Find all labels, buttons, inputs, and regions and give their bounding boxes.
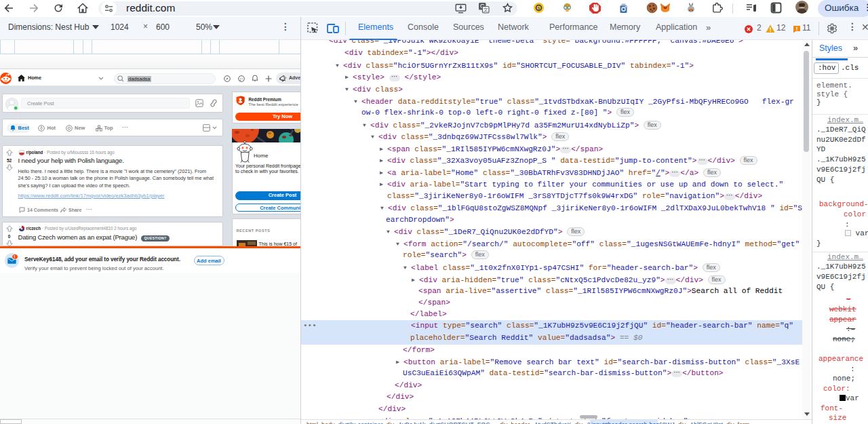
svg-text:S: S [537,6,540,10]
svg-text:文: 文 [483,7,488,13]
